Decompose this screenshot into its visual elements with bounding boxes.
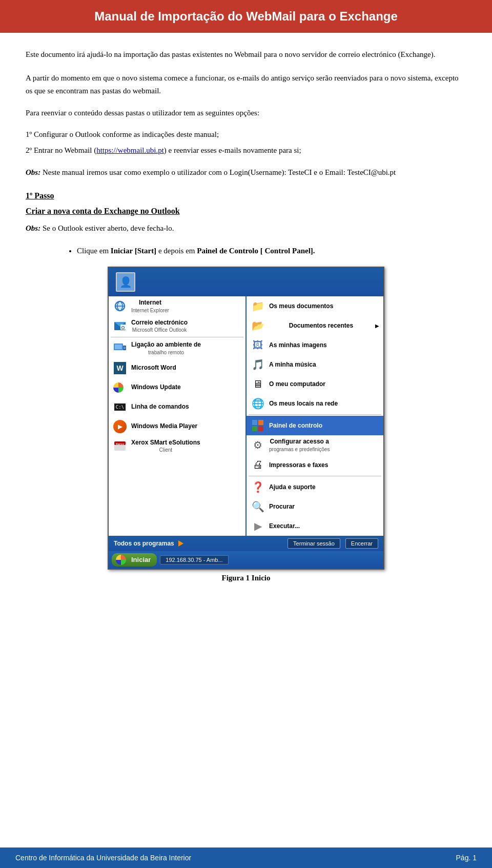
menu-item-recent-docs[interactable]: 📂 Documentos recentes ▶ bbox=[247, 316, 383, 335]
taskbar-item-text: 192.168.30.75 - Amb... bbox=[166, 557, 222, 563]
svg-rect-9 bbox=[115, 345, 122, 349]
windows-xp-menu: 👤 bbox=[108, 267, 384, 570]
menu-item-my-music[interactable]: 🎵 A minha música bbox=[247, 355, 383, 374]
windows-update-icon bbox=[113, 380, 127, 395]
my-music-icon: 🎵 bbox=[251, 357, 265, 372]
page-wrapper: Manual de Importação do WebMail para o E… bbox=[0, 0, 492, 868]
options-intro: Para reenviar o conteúdo dessas pastas o… bbox=[26, 107, 466, 119]
network-icon: 🌐 bbox=[251, 396, 265, 411]
menu-item-control-panel[interactable]: Painel de controlo bbox=[247, 416, 383, 435]
outlook-icon: O bbox=[113, 319, 127, 333]
bullet1-bold2: Painel de Controlo [ Control Panel]. bbox=[197, 247, 315, 255]
webmail-link[interactable]: https://webmail.ubi.pt bbox=[96, 146, 164, 154]
search-icon: 🔍 bbox=[251, 499, 265, 514]
obs-note: Obs: Neste manual iremos usar como exemp… bbox=[26, 166, 466, 179]
menu-item-windows-update[interactable]: Windows Update bbox=[109, 378, 245, 397]
xerox-icon: Xerox bbox=[113, 439, 127, 453]
header-title-bar: Manual de Importação do WebMail para o E… bbox=[0, 0, 492, 33]
figure1-caption: Figura 1 Inicio bbox=[26, 574, 466, 582]
printers-icon: 🖨 bbox=[251, 458, 265, 472]
cmd-icon: C:\ bbox=[113, 400, 127, 414]
menu-item-network[interactable]: 🌐 Os meus locais na rede bbox=[247, 394, 383, 413]
intro-para2: A partir do momento em que o novo sistem… bbox=[26, 72, 466, 97]
figure-container: 👤 bbox=[26, 267, 466, 582]
word-icon: W bbox=[113, 361, 127, 375]
step1-heading: 1º Passo bbox=[26, 191, 466, 200]
menu-item-xerox-text: Xerox SMart eSolutions Client bbox=[131, 439, 200, 454]
menu-divider-right-2 bbox=[249, 476, 381, 476]
start-button[interactable]: Iniciar bbox=[112, 553, 157, 567]
footer-left-text: Centro de Informática da Universidade da… bbox=[15, 854, 191, 862]
obs2: Obs: Se o Outlook estiver aberto, deve f… bbox=[26, 222, 466, 235]
bullet1-prefix: Clique em bbox=[77, 247, 111, 255]
menu-item-search[interactable]: 🔍 Procurar bbox=[247, 497, 383, 516]
config-icon: ⚙ bbox=[251, 438, 265, 452]
menu-top-avatar: 👤 bbox=[116, 272, 135, 292]
menu-item-my-pics[interactable]: 🖼 As minhas imagens bbox=[247, 335, 383, 355]
content-area: Este documento irá ajudá-lo na importaçã… bbox=[0, 33, 492, 847]
menu-item-printers[interactable]: 🖨 Impressoras e faxes bbox=[247, 455, 383, 475]
my-pics-icon: 🖼 bbox=[251, 338, 265, 352]
svg-rect-16 bbox=[258, 420, 263, 425]
option2-suffix: ) e reenviar esses e-mails novamente par… bbox=[164, 146, 301, 154]
menu-bottom-bar: Todos os programas Terminar sessão Encer… bbox=[109, 536, 383, 551]
menu-item-run[interactable]: ▶ Executar... bbox=[247, 516, 383, 536]
option1: 1º Configurar o Outlook conforme as indi… bbox=[26, 128, 466, 141]
terminate-session-button[interactable]: Terminar sessão bbox=[288, 538, 340, 549]
svg-rect-17 bbox=[252, 426, 257, 431]
obs2-label: Obs: bbox=[26, 224, 40, 232]
bullet1-mid: e depois em bbox=[156, 247, 197, 255]
menu-taskbar: Iniciar 192.168.30.75 - Amb... bbox=[109, 551, 383, 569]
winxp-logo-icon bbox=[116, 555, 126, 565]
menu-item-wmp[interactable]: ▶ Windows Media Player bbox=[109, 417, 245, 436]
all-programs-label: Todos os programas bbox=[114, 540, 174, 547]
bullet1-bold1: Iniciar [Start] bbox=[111, 247, 156, 255]
start-label: Iniciar bbox=[131, 556, 151, 563]
page-title: Manual de Importação do WebMail para o E… bbox=[15, 9, 477, 24]
menu-item-my-docs[interactable]: 📁 Os meus documentos bbox=[247, 296, 383, 316]
menu-item-word-text: Microsoft Word bbox=[131, 364, 176, 372]
shutdown-button[interactable]: Encerrar bbox=[345, 538, 378, 549]
menu-left: Internet Internet Explorer O bbox=[109, 296, 247, 536]
menu-item-cmd-text: Linha de comandos bbox=[131, 403, 189, 411]
menu-item-remote[interactable]: Ligação ao ambiente de trabalho remoto bbox=[109, 338, 245, 358]
menu-item-ie-text: Internet Internet Explorer bbox=[131, 299, 169, 314]
obs2-text: Se o Outlook estiver aberto, deve fecha-… bbox=[40, 224, 174, 232]
taskbar-item-1[interactable]: 192.168.30.75 - Amb... bbox=[160, 555, 228, 564]
svg-text:O: O bbox=[121, 325, 125, 330]
footer-bar: Centro de Informática da Universidade da… bbox=[0, 847, 492, 868]
all-programs-arrow-icon bbox=[178, 540, 183, 547]
menu-item-config-text: Configurar acesso a programas e predefin… bbox=[269, 438, 330, 453]
menu-item-help[interactable]: ❓ Ajuda e suporte bbox=[247, 477, 383, 497]
footer-right-text: Pág. 1 bbox=[456, 854, 477, 862]
all-programs-button[interactable]: Todos os programas bbox=[114, 540, 183, 547]
help-icon: ❓ bbox=[251, 480, 265, 494]
svg-text:Xerox: Xerox bbox=[116, 442, 125, 446]
remote-icon bbox=[113, 341, 127, 355]
menu-item-wmp-text: Windows Media Player bbox=[131, 422, 197, 431]
menu-right: 📁 Os meus documentos 📂 Documentos recent… bbox=[247, 296, 383, 536]
menu-item-my-computer[interactable]: 🖥 O meu computador bbox=[247, 374, 383, 394]
menu-item-cmd[interactable]: C:\ Linha de comandos bbox=[109, 397, 245, 417]
menu-item-outlook-text: Correio electrónico Microsoft Office Out… bbox=[131, 319, 188, 334]
menu-top-bar: 👤 bbox=[109, 268, 383, 296]
svg-rect-18 bbox=[258, 426, 263, 431]
recent-docs-icon: 📂 bbox=[251, 318, 265, 333]
shutdown-label: Encerrar bbox=[351, 540, 373, 547]
terminate-session-label: Terminar sessão bbox=[293, 540, 335, 547]
create-account-heading: Criar a nova conta do Exchange no Outloo… bbox=[26, 207, 466, 216]
option2: 2º Entrar no Webmail (https://webmail.ub… bbox=[26, 144, 466, 157]
menu-divider-right-1 bbox=[249, 414, 381, 415]
menu-item-outlook[interactable]: O Correio electrónico Microsoft Office O… bbox=[109, 316, 245, 336]
menu-item-word[interactable]: W Microsoft Word bbox=[109, 358, 245, 378]
menu-main: Internet Internet Explorer O bbox=[109, 296, 383, 536]
svg-rect-15 bbox=[252, 420, 257, 425]
menu-item-xerox[interactable]: Xerox Xerox SMart eSolutions Client bbox=[109, 436, 245, 456]
menu-item-config[interactable]: ⚙ Configurar acesso a programas e predef… bbox=[247, 435, 383, 455]
wmp-icon: ▶ bbox=[113, 419, 127, 434]
bullet-item-1: Clique em Iniciar [Start] e depois em Pa… bbox=[77, 245, 466, 257]
menu-item-wu-text: Windows Update bbox=[131, 383, 181, 392]
my-docs-icon: 📁 bbox=[251, 299, 265, 313]
obs-text: Neste manual iremos usar como exemplo o … bbox=[40, 168, 396, 176]
menu-item-ie[interactable]: Internet Internet Explorer bbox=[109, 296, 245, 316]
